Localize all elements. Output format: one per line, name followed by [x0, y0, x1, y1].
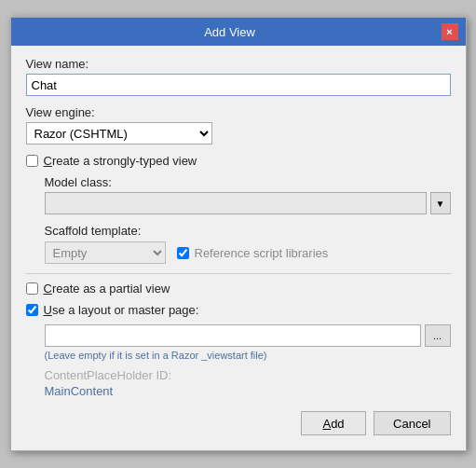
ref-scripts-row: Reference script libraries	[177, 246, 329, 260]
model-scaffold-section: Model class: ▼ Scaffold template: Empty	[45, 175, 451, 264]
close-button[interactable]: ×	[442, 23, 458, 40]
partial-view-label[interactable]: Create as a partial view	[44, 282, 170, 296]
strongly-typed-row: Create a strongly-typed view	[26, 154, 451, 168]
scaffold-section: Scaffold template: Empty Reference scrip…	[45, 224, 451, 264]
cancel-button[interactable]: Cancel	[374, 411, 450, 435]
use-layout-checkbox[interactable]	[26, 304, 38, 316]
strongly-typed-label[interactable]: Create a strongly-typed view	[44, 154, 197, 168]
add-view-dialog: Add View × View name: View engine: Razor…	[10, 17, 467, 451]
divider1	[26, 273, 451, 274]
ref-scripts-checkbox[interactable]	[177, 247, 189, 259]
view-engine-label: View engine:	[26, 105, 451, 119]
partial-view-row: Create as a partial view	[26, 282, 451, 296]
model-class-row: ▼	[45, 192, 451, 214]
layout-input-row: ...	[45, 324, 451, 347]
use-layout-label[interactable]: Use a layout or master page:	[44, 303, 199, 317]
scaffold-label: Scaffold template:	[45, 224, 451, 238]
button-row: Add Cancel	[26, 411, 451, 435]
model-class-section: Model class: ▼	[45, 175, 451, 214]
layout-path-input[interactable]	[45, 324, 421, 347]
view-name-label: View name:	[26, 57, 451, 71]
view-engine-section: View engine: Razor (CSHTML) ASPX	[26, 105, 451, 145]
scaffold-row: Empty Reference script libraries	[45, 241, 451, 264]
view-name-input[interactable]	[26, 74, 451, 96]
scaffold-select-wrapper: Empty	[45, 241, 166, 264]
scaffold-select[interactable]: Empty	[45, 241, 166, 264]
layout-row: Use a layout or master page:	[26, 303, 451, 317]
layout-hint: (Leave empty if it is set in a Razor _vi…	[45, 350, 451, 361]
strongly-typed-checkbox[interactable]	[26, 155, 38, 167]
layout-input-section: ... (Leave empty if it is set in a Razor…	[45, 324, 451, 398]
view-name-section: View name:	[26, 57, 451, 96]
title-bar: Add View ×	[11, 18, 466, 46]
placeholder-id-value: MainContent	[45, 384, 451, 398]
model-class-label: Model class:	[45, 175, 451, 189]
dialog-title: Add View	[19, 25, 442, 39]
model-class-dropdown-arrow[interactable]: ▼	[430, 192, 451, 214]
add-button[interactable]: Add	[301, 411, 366, 435]
placeholder-id-label: ContentPlaceHolder ID:	[45, 368, 451, 382]
browse-button[interactable]: ...	[425, 324, 451, 347]
dialog-content: View name: View engine: Razor (CSHTML) A…	[11, 46, 466, 450]
view-engine-select[interactable]: Razor (CSHTML) ASPX	[26, 122, 212, 145]
partial-view-checkbox[interactable]	[26, 282, 38, 295]
model-class-input[interactable]	[45, 192, 427, 214]
ref-scripts-label[interactable]: Reference script libraries	[195, 246, 329, 260]
